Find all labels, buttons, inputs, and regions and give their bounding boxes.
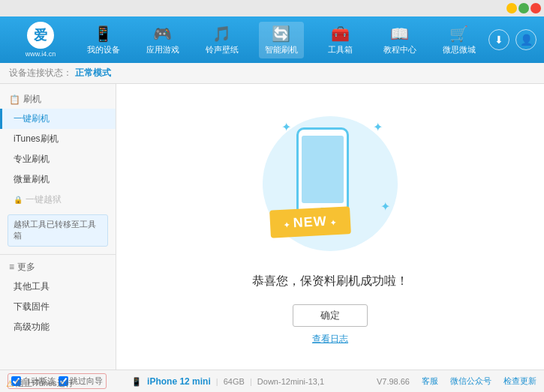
nav-shop-label: 智能刷机: [265, 44, 298, 55]
microb-label: 微量刷机: [14, 173, 50, 186]
nav-tutorial-icon: 📖: [390, 25, 409, 43]
sidebar-item-jailbreak-disabled: 🔒 一键越狱: [0, 190, 116, 210]
sidebar: 📋 刷机 一键刷机 iTunes刷机 专业刷机 微量刷机 🔒 一键越狱 越狱工具…: [0, 84, 116, 370]
nav-app-icon: 🎮: [153, 25, 172, 43]
nav-ringtone-icon: 🎵: [212, 25, 231, 43]
sidebar-item-download-firmware[interactable]: 下载固件: [0, 297, 116, 317]
sparkle-icon-2: ✦: [373, 120, 383, 134]
nav-tutorial-label: 教程中心: [383, 44, 416, 55]
logo-area: 爱 www.i4.cn: [8, 22, 74, 58]
content-area: ✦ ✦ NEW ✦ 恭喜您，保资料刷机成功啦！ 确定 查看日志: [116, 84, 544, 370]
device-storage: 64GB: [224, 377, 245, 386]
download-firmware-label: 下载固件: [14, 301, 50, 313]
main-layout: 📋 刷机 一键刷机 iTunes刷机 专业刷机 微量刷机 🔒 一键越狱 越狱工具…: [0, 84, 544, 370]
nav-toolbox-label: 工具箱: [328, 44, 353, 55]
bottombar: 自动断连 跳过向导 📱 iPhone 12 mini | 64GB | Down…: [0, 370, 544, 392]
minimize-button[interactable]: [506, 3, 517, 13]
new-badge: NEW: [269, 206, 350, 238]
confirm-button[interactable]: 确定: [293, 304, 368, 327]
sparkle-icon-3: ✦: [380, 199, 390, 214]
nav-device-icon: 📱: [94, 25, 113, 43]
user-button[interactable]: 👤: [515, 29, 536, 50]
status-label: 设备连接状态：: [9, 67, 72, 79]
prevent-itunes-area: ⚠ 阻止iTunes运行: [0, 375, 80, 392]
sidebar-section-flash: 📋 刷机: [0, 90, 116, 109]
sidebar-item-microb-flash[interactable]: 微量刷机: [0, 169, 116, 190]
nav-app-label: 应用游戏: [146, 44, 179, 55]
nav-bar: 📱 我的设备 🎮 应用游戏 🎵 铃声壁纸 🔄 智能刷机 🧰 工具箱 📖 教程中心…: [74, 22, 488, 58]
jailbreak-label: 一键越狱: [26, 193, 62, 206]
nav-shop-icon: 🔄: [272, 25, 290, 43]
device-icon: 📱: [131, 377, 142, 386]
titlebar: [0, 0, 544, 16]
lock-icon: 🔒: [14, 196, 23, 204]
flash-section-label: 刷机: [23, 93, 41, 106]
statusbar: 设备连接状态： 正常模式: [0, 63, 544, 84]
logo-icon: 爱: [27, 22, 54, 49]
info-box-text: 越狱工具已转移至工具箱: [14, 220, 96, 240]
nav-ringtone-label: 铃声壁纸: [206, 44, 239, 55]
logo-subtitle: www.i4.cn: [26, 50, 56, 58]
view-log-link[interactable]: 查看日志: [312, 333, 348, 346]
prevent-itunes-label: 阻止iTunes运行: [16, 378, 74, 389]
success-message: 恭喜您，保资料刷机成功啦！: [252, 274, 408, 289]
pro-label: 专业刷机: [14, 153, 50, 166]
phone-screen: [302, 136, 344, 203]
advanced-label: 高级功能: [14, 321, 50, 334]
nav-weibo-mall[interactable]: 🛒 微思微城: [437, 22, 482, 58]
sidebar-item-one-click-flash[interactable]: 一键刷机: [0, 109, 116, 129]
nav-weibo-icon: 🛒: [449, 25, 468, 43]
one-click-label: 一键刷机: [14, 112, 50, 125]
maximize-button[interactable]: [518, 3, 529, 13]
sidebar-item-pro-flash[interactable]: 专业刷机: [0, 149, 116, 169]
sidebar-item-itunes-flash[interactable]: iTunes刷机: [0, 129, 116, 149]
sidebar-info-box: 越狱工具已转移至工具箱: [8, 214, 108, 247]
sidebar-item-other-tools[interactable]: 其他工具: [0, 277, 116, 297]
header-right: ⬇ 👤: [488, 29, 536, 50]
device-model: Down-12mini-13,1: [257, 377, 324, 386]
nav-smart-shop[interactable]: 🔄 智能刷机: [259, 22, 304, 58]
sidebar-section-more: ≡ 更多: [0, 258, 116, 277]
sparkle-icon-1: ✦: [281, 120, 291, 134]
bottom-right-area: V7.98.66 客服 微信公众号 检查更新: [377, 376, 536, 387]
itunes-label: iTunes刷机: [14, 133, 59, 145]
update-link[interactable]: 检查更新: [503, 376, 536, 387]
service-link[interactable]: 客服: [422, 376, 438, 387]
nav-app-games[interactable]: 🎮 应用游戏: [140, 22, 185, 58]
nav-toolbox[interactable]: 🧰 工具箱: [318, 22, 363, 58]
nav-my-device[interactable]: 📱 我的设备: [81, 22, 126, 58]
header: 爱 www.i4.cn 📱 我的设备 🎮 应用游戏 🎵 铃声壁纸 🔄 智能刷机 …: [0, 16, 544, 63]
nav-weibo-label: 微思微城: [443, 44, 476, 55]
more-section-label: 更多: [17, 261, 35, 274]
weibo-link[interactable]: 微信公众号: [450, 376, 491, 387]
close-button[interactable]: [530, 3, 541, 13]
nav-ringtone[interactable]: 🎵 铃声壁纸: [200, 22, 245, 58]
illustration: ✦ ✦ NEW ✦: [255, 109, 405, 259]
more-section-icon: ≡: [9, 262, 14, 272]
device-name: iPhone 12 mini: [147, 376, 211, 387]
sidebar-divider: [0, 254, 116, 255]
prevent-icon: ⚠: [6, 379, 14, 389]
nav-device-label: 我的设备: [87, 44, 120, 55]
download-button[interactable]: ⬇: [488, 29, 509, 50]
flash-section-icon: 📋: [9, 94, 20, 105]
nav-toolbox-icon: 🧰: [331, 25, 350, 43]
version-text: V7.98.66: [377, 377, 410, 386]
other-tools-label: 其他工具: [14, 280, 50, 293]
status-value: 正常模式: [75, 67, 111, 79]
device-info: 📱 iPhone 12 mini | 64GB | Down-12mini-13…: [124, 376, 377, 387]
sidebar-item-advanced[interactable]: 高级功能: [0, 317, 116, 337]
nav-tutorial[interactable]: 📖 教程中心: [377, 22, 422, 58]
